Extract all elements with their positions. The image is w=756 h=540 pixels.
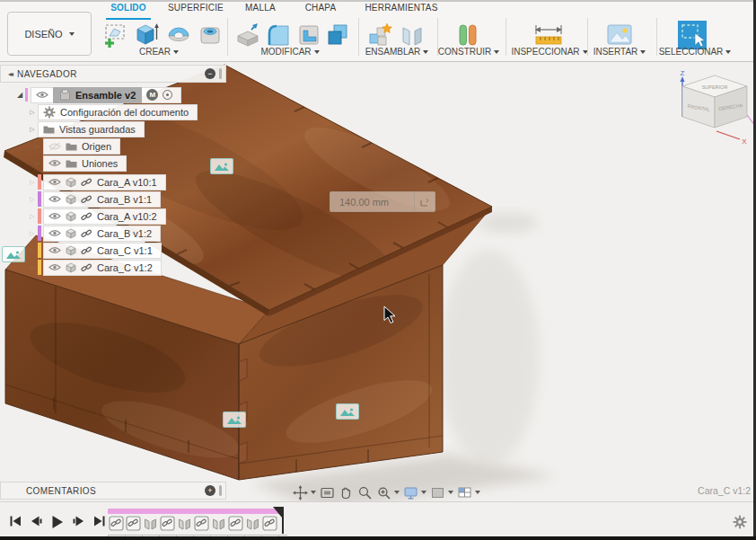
create-sketch-button[interactable] — [101, 22, 128, 49]
panel-drag-handle[interactable] — [219, 68, 222, 79]
canvas-handle-icon[interactable] — [210, 158, 233, 174]
navigator-origin-row[interactable]: ▷ Origen — [32, 137, 120, 155]
timeline-skip-start-button[interactable] — [9, 515, 22, 527]
timeline-component-link-icon[interactable] — [126, 516, 141, 531]
look-at-tool-icon[interactable] — [320, 485, 335, 500]
panel-drag-handle[interactable] — [219, 485, 222, 496]
visibility-eye-icon[interactable] — [48, 159, 61, 167]
navigator-component-row[interactable]: ▷ Cara_A v10:2 — [27, 208, 166, 225]
savedviews-label[interactable]: Vistas guardadas — [59, 124, 136, 135]
dimension-flyout-icon[interactable] — [414, 192, 435, 211]
zoom-tool-icon[interactable] — [357, 485, 373, 500]
hole-button[interactable] — [197, 22, 224, 49]
group-label-seleccionar[interactable]: SELECCIONAR — [657, 47, 733, 58]
group-label-modificar[interactable]: MODIFICAR — [258, 47, 322, 58]
navigator-component-row[interactable]: ▷ Cara_C v1:1 — [27, 242, 166, 259]
group-label-construir[interactable]: CONSTRUIR — [435, 47, 503, 58]
measure-button[interactable] — [533, 22, 564, 49]
select-button[interactable] — [677, 20, 708, 50]
component-label[interactable]: Cara_A v10:2 — [97, 211, 157, 222]
timeline-step-back-button[interactable] — [30, 515, 43, 527]
timeline-gear-icon[interactable] — [733, 515, 747, 529]
timeline-component-link-icon[interactable] — [228, 516, 243, 531]
visibility-eye-icon[interactable] — [48, 178, 61, 186]
dimension-value[interactable]: 140.00 mm — [330, 192, 414, 211]
tab-chapa[interactable]: CHAPA — [299, 3, 342, 18]
dimension-input[interactable]: 140.00 mm — [330, 191, 435, 212]
timeline-skip-end-button[interactable] — [92, 515, 106, 527]
canvas-handle-icon[interactable] — [223, 412, 246, 428]
tab-malla[interactable]: MALLA — [237, 3, 284, 18]
milestone-badge-icon[interactable]: M — [146, 89, 158, 101]
timeline-playhead-flag[interactable] — [273, 507, 282, 518]
timeline-joint-icon[interactable] — [143, 516, 158, 531]
new-component-button[interactable] — [366, 22, 393, 49]
navigator-component-row[interactable]: ▷ Cara_B v1:2 — [27, 225, 166, 242]
tab-solido[interactable]: SOLIDO — [106, 3, 151, 20]
revolve-button[interactable] — [165, 22, 192, 49]
comments-header[interactable]: COMENTARIOS + — [0, 482, 226, 500]
expand-caret-icon[interactable]: ▷ — [32, 160, 43, 167]
collapse-panel-icon[interactable]: ◂◂ — [8, 70, 12, 78]
orbit-tool-icon[interactable] — [293, 485, 316, 500]
visibility-eye-icon[interactable] — [48, 212, 61, 220]
timeline-play-button[interactable] — [50, 515, 65, 529]
expand-caret-icon[interactable]: ▷ — [27, 109, 38, 116]
group-label-crear[interactable]: CREAR — [127, 47, 190, 58]
construction-plane-button[interactable] — [454, 22, 481, 49]
group-label-ensamblar[interactable]: ENSAMBLAR — [364, 47, 430, 58]
timeline-component-link-icon[interactable] — [160, 516, 175, 531]
navigator-savedviews-row[interactable]: ▷ Vistas guardadas — [27, 120, 145, 137]
timeline-joint-icon[interactable] — [177, 516, 192, 531]
shell-button[interactable] — [295, 22, 322, 49]
timeline-step-forward-button[interactable] — [72, 515, 85, 527]
panel-display-icon[interactable]: − — [205, 68, 215, 79]
origin-label[interactable]: Origen — [82, 141, 111, 152]
timeline-joint-icon[interactable] — [211, 516, 226, 531]
canvas-handle-icon[interactable] — [336, 403, 359, 420]
press-pull-button[interactable] — [234, 22, 261, 49]
expand-caret-icon[interactable]: ▷ — [27, 126, 38, 133]
docsettings-label[interactable]: Configuración del documento — [60, 107, 189, 118]
component-label[interactable]: Cara_B v1:2 — [97, 228, 152, 239]
timeline-component-link-icon[interactable] — [194, 516, 209, 531]
tab-herramientas[interactable]: HERRAMIENTAS — [363, 3, 440, 18]
display-settings-icon[interactable] — [403, 485, 426, 500]
timeline-playhead[interactable] — [282, 507, 284, 534]
navigator-docsettings-row[interactable]: ▷ Configuración del documento — [27, 103, 198, 120]
expand-caret-icon[interactable]: ▷ — [27, 247, 38, 254]
timeline-rollbar[interactable] — [108, 509, 284, 514]
component-label[interactable]: Cara_C v1:2 — [97, 262, 153, 273]
collapse-tree-icon[interactable]: ◢ — [14, 91, 25, 99]
component-label[interactable]: Cara_A v10:1 — [97, 177, 157, 188]
activate-component-radio[interactable] — [163, 90, 172, 100]
navigator-component-row[interactable]: ▷ Cara_C v1:2 — [27, 259, 166, 276]
hidden-eye-icon[interactable] — [48, 142, 61, 151]
tab-superficie[interactable]: SUPERFICIE — [165, 3, 226, 18]
fit-tool-icon[interactable] — [376, 485, 400, 500]
model-viewport[interactable]: Z X SUPERIOR FRONTAL DERECHA ◂◂ NAVEGADO… — [0, 61, 756, 501]
combine-button[interactable] — [324, 22, 351, 49]
expand-caret-icon[interactable]: ▷ — [27, 213, 38, 220]
component-label[interactable]: Cara_C v1:1 — [97, 245, 153, 256]
visibility-eye-icon[interactable] — [36, 91, 48, 99]
expand-caret-icon[interactable]: ▷ — [27, 230, 38, 237]
viewports-icon[interactable] — [457, 485, 480, 500]
timeline-component-link-icon[interactable] — [109, 516, 124, 531]
expand-caret-icon[interactable]: ▷ — [27, 179, 38, 186]
add-comment-icon[interactable]: + — [205, 485, 215, 496]
visibility-eye-icon[interactable] — [48, 263, 61, 271]
design-mode-button[interactable]: DISEÑO — [7, 12, 92, 56]
extrude-button[interactable] — [133, 22, 160, 49]
component-label[interactable]: Cara_B v1:1 — [97, 194, 152, 205]
navigator-root-row[interactable]: ◢ Ensamble v2 M — [14, 86, 181, 103]
root-document-label[interactable]: Ensamble v2 — [75, 90, 136, 101]
fillet-button[interactable] — [265, 22, 292, 49]
grid-settings-icon[interactable] — [430, 485, 453, 500]
group-label-insertar[interactable]: INSERTAR — [589, 47, 650, 58]
viewcube[interactable]: Z X SUPERIOR FRONTAL DERECHA — [672, 68, 756, 151]
visibility-eye-icon[interactable] — [48, 229, 61, 237]
expand-caret-icon[interactable]: ▷ — [27, 196, 38, 203]
navigator-component-row[interactable]: ▷ Cara_B v1:1 — [27, 190, 166, 208]
timeline-joint-icon[interactable] — [245, 516, 260, 531]
